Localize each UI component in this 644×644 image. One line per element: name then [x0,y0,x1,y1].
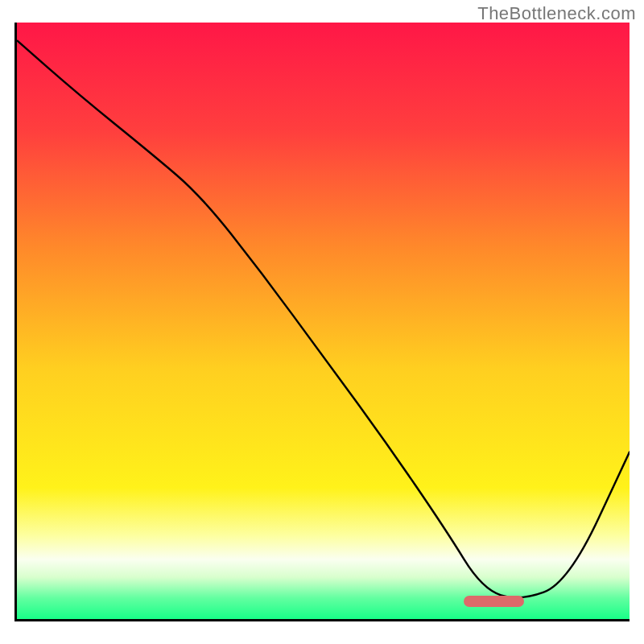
optimal-range-marker [464,596,524,607]
watermark-text: TheBottleneck.com [477,3,636,24]
plot-area [14,23,630,621]
bottleneck-curve-path [17,40,630,597]
bottleneck-chart: TheBottleneck.com [0,0,644,644]
bottleneck-curve [17,23,630,619]
